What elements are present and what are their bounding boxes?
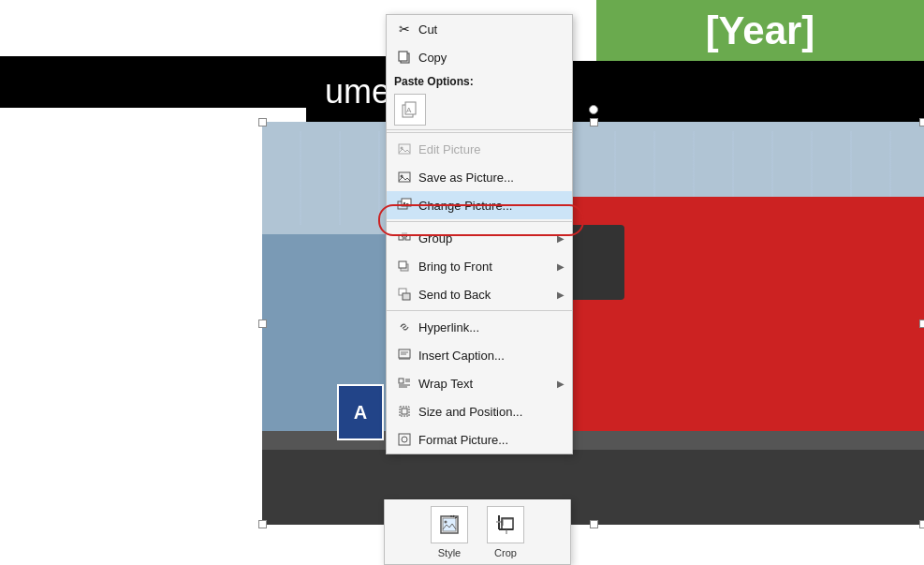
menu-save-as-picture-label: Save as Picture... (418, 171, 565, 185)
menu-bring-to-front-label: Bring to Front (418, 260, 557, 274)
paste-options-section: Paste Options: A (387, 71, 572, 130)
svg-rect-23 (399, 379, 403, 383)
bring-to-front-arrow: ▶ (557, 261, 565, 272)
menu-group-label: Group (418, 231, 557, 245)
copy-icon (394, 47, 415, 67)
bring-to-front-icon (394, 256, 415, 276)
hyperlink-icon (394, 317, 415, 337)
menu-send-to-back-label: Send to Back (418, 288, 557, 302)
menu-item-format-picture[interactable]: Format Picture... (387, 425, 572, 453)
menu-cut-label: Cut (418, 22, 565, 37)
separator-1 (387, 132, 572, 133)
insert-caption-icon (394, 345, 415, 365)
send-to-back-arrow: ▶ (557, 290, 565, 300)
group-icon (394, 228, 415, 248)
edit-picture-icon (394, 139, 415, 159)
menu-item-cut[interactable]: ✂ Cut (387, 15, 572, 43)
menu-item-save-as-picture[interactable]: Save as Picture... (387, 163, 572, 191)
separator-2 (387, 221, 572, 222)
menu-item-edit-picture[interactable]: Edit Picture (387, 135, 572, 163)
cut-icon: ✂ (394, 19, 415, 39)
menu-item-insert-caption[interactable]: Insert Caption... (387, 341, 572, 369)
change-picture-icon (394, 195, 415, 216)
green-header-bar: [Year] (596, 0, 924, 61)
svg-rect-19 (399, 349, 410, 358)
platform (262, 431, 924, 525)
svg-rect-44 (502, 518, 513, 529)
handle-mid-left[interactable] (258, 320, 267, 328)
handle-mid-right[interactable] (919, 320, 924, 328)
size-position-icon (394, 401, 415, 422)
svg-rect-16 (399, 261, 406, 268)
menu-change-picture-label: Change Picture... (418, 199, 565, 213)
crop-icon-box (487, 506, 524, 543)
handle-bot-right[interactable] (919, 520, 924, 528)
handle-top-left[interactable] (258, 118, 267, 126)
menu-item-group[interactable]: Group ▶ (387, 224, 572, 252)
handle-bot-left[interactable] (258, 520, 267, 528)
menu-format-picture-label: Format Picture... (418, 433, 565, 447)
style-label: Style (438, 547, 461, 558)
year-text: [Year] (706, 8, 815, 53)
context-menu: ✂ Cut Copy Paste Options: A (386, 14, 573, 454)
svg-line-37 (455, 517, 457, 518)
wrap-text-arrow: ▶ (557, 379, 565, 389)
rotate-handle[interactable] (589, 105, 598, 114)
toolbar-crop-item[interactable]: Crop (487, 506, 524, 558)
svg-rect-33 (443, 518, 456, 531)
svg-rect-5 (399, 144, 410, 154)
paste-icon-row: A (394, 92, 565, 127)
svg-rect-1 (399, 52, 407, 61)
menu-edit-picture-label: Edit Picture (418, 142, 565, 156)
handle-top-right[interactable] (919, 118, 924, 126)
separator-3 (387, 310, 572, 311)
save-as-picture-icon (394, 167, 415, 187)
svg-rect-7 (399, 172, 410, 182)
wrap-text-icon (394, 373, 415, 394)
handle-bot-mid[interactable] (590, 520, 598, 528)
svg-point-31 (402, 437, 407, 442)
toolbar-style-item[interactable]: Style (431, 506, 468, 558)
menu-item-wrap-text[interactable]: Wrap Text ▶ (387, 369, 572, 397)
menu-item-send-to-back[interactable]: Send to Back ▶ (387, 280, 572, 308)
send-to-back-icon (394, 284, 415, 305)
menu-hyperlink-label: Hyperlink... (418, 320, 565, 335)
svg-point-34 (445, 520, 447, 523)
platform-sign: A (337, 384, 384, 440)
svg-rect-29 (402, 409, 407, 414)
menu-item-size-position[interactable]: Size and Position... (387, 397, 572, 425)
menu-insert-caption-label: Insert Caption... (418, 349, 565, 363)
svg-rect-18 (403, 293, 410, 300)
crop-label: Crop (494, 547, 517, 558)
image-wrapper[interactable]: A (262, 122, 924, 525)
menu-item-bring-to-front[interactable]: Bring to Front ▶ (387, 252, 572, 280)
format-picture-icon (394, 429, 415, 450)
style-icon-box (431, 506, 468, 543)
svg-rect-30 (399, 434, 410, 445)
group-arrow: ▶ (557, 233, 565, 244)
menu-item-hyperlink[interactable]: Hyperlink... (387, 313, 572, 341)
menu-size-position-label: Size and Position... (418, 405, 565, 419)
paste-icon-box[interactable]: A (394, 94, 426, 126)
menu-copy-label: Copy (418, 51, 565, 65)
bottom-toolbar: Style Crop (384, 499, 571, 565)
menu-wrap-text-label: Wrap Text (418, 377, 557, 391)
handle-top-mid[interactable] (590, 118, 598, 126)
svg-text:A: A (406, 106, 412, 114)
menu-item-copy[interactable]: Copy (387, 43, 572, 71)
menu-item-change-picture[interactable]: Change Picture... (387, 191, 572, 219)
paste-options-label: Paste Options: (394, 75, 565, 88)
train-image: A (262, 122, 924, 525)
